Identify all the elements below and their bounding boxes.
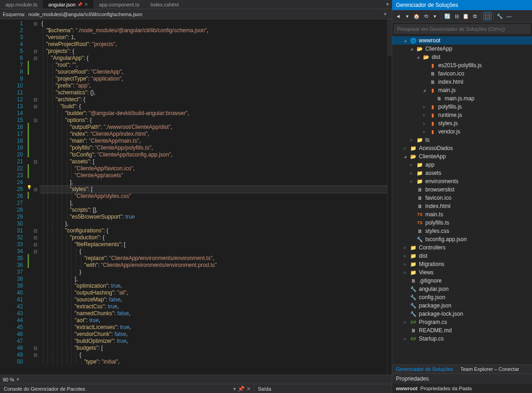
- tree-node[interactable]: ◢▮main.js: [392, 86, 532, 94]
- tree-node[interactable]: ▷📁assets: [392, 169, 532, 177]
- collapse-icon[interactable]: ⊟: [452, 12, 461, 20]
- code-line[interactable]: ┊ ┊ ┊ ┊ ┊ ┊ ┊ "budgets": [: [40, 345, 387, 352]
- expand-icon[interactable]: ▷: [422, 104, 427, 109]
- tree-node[interactable]: ▷C#Startup.cs: [392, 335, 532, 343]
- pin-icon[interactable]: 📌: [238, 386, 245, 392]
- code-line[interactable]: ┊ "newProjectRoot": "projects",: [40, 41, 387, 48]
- expand-icon[interactable]: ▷: [402, 146, 408, 150]
- show-all-icon[interactable]: 📋: [462, 12, 470, 20]
- code-line[interactable]: ┊ ┊ ┊ ┊ ┊ "builder": "@angular-devkit/bu…: [40, 110, 387, 117]
- code-line[interactable]: ┊ ┊ ┊ ┊ ┊ ┊ ┊ "fileReplacements": [: [40, 241, 387, 248]
- code-line[interactable]: ┊ ┊ ┊ "projectType": "application",: [40, 75, 387, 82]
- solution-tree[interactable]: ◢🌐wwwroot◢📂ClienteApp◢📂dist▮es2015-polyf…: [392, 35, 532, 364]
- expand-icon[interactable]: ▷: [409, 179, 414, 184]
- code-line[interactable]: ┊ ┊ ┊ "schematics": {},: [40, 89, 387, 96]
- chevron-down-icon[interactable]: ▾: [14, 376, 22, 382]
- code-line[interactable]: ┊ ┊ ┊ ┊ ┊ },: [40, 220, 387, 227]
- tree-node[interactable]: 🗎favicon.ico: [392, 194, 532, 202]
- copy-icon[interactable]: ⧉: [471, 12, 479, 20]
- home-icon[interactable]: 🏠: [412, 12, 421, 20]
- forward-icon[interactable]: ▾: [403, 12, 412, 20]
- tree-node[interactable]: ▷📁app: [392, 161, 532, 169]
- search-input[interactable]: [394, 24, 530, 34]
- code-line[interactable]: ┊ ┊ ┊ ┊ ┊ ┊ ┊ "aot": true,: [40, 317, 387, 324]
- code-line[interactable]: ┊ ┊ ┊ ┊ ┊ ┊ "scripts": [],: [40, 207, 387, 214]
- more-icon[interactable]: —: [505, 12, 513, 20]
- expand-icon[interactable]: ▷: [409, 162, 414, 167]
- close-icon[interactable]: ✕: [84, 2, 88, 7]
- tree-node[interactable]: 🗎browserslist: [392, 185, 532, 194]
- tree-node[interactable]: ◢📂ClienteApp: [392, 152, 532, 161]
- tree-node[interactable]: ▷📁AcessoDados: [392, 144, 532, 152]
- tree-node[interactable]: ▷📁Migrations: [392, 260, 532, 268]
- expand-icon[interactable]: ◢: [409, 46, 414, 51]
- fold-toggle[interactable]: ⊟: [31, 103, 40, 110]
- expand-icon[interactable]: ▷: [402, 320, 408, 324]
- code-line[interactable]: ┊ ┊ ┊ ┊ ┊ ┊ "tsConfig": "ClienteApp/tsco…: [40, 151, 387, 158]
- code-line[interactable]: ┊ ┊ ┊ ┊ ┊ ┊ "production": {: [40, 234, 387, 241]
- code-content[interactable]: {┊ "$schema": "./node_modules/@angular/c…: [40, 19, 387, 375]
- zoom-level[interactable]: 90 %: [3, 377, 14, 382]
- fold-toggle[interactable]: ⊟: [31, 345, 40, 352]
- code-editor[interactable]: 1234567891011121314151617181920212223242…: [0, 19, 392, 375]
- code-line[interactable]: ┊ ┊ ┊ ┊ ┊ ┊ "es5BrowserSupport": true: [40, 214, 387, 220]
- editor-tab[interactable]: app.module.ts: [0, 0, 43, 9]
- expand-icon[interactable]: ▷: [402, 336, 408, 341]
- expand-icon[interactable]: ▷: [422, 129, 427, 134]
- tree-node[interactable]: 🗎styles.css: [392, 227, 532, 235]
- tree-node[interactable]: 🗎index.html: [392, 78, 532, 86]
- sync-icon[interactable]: ⟲: [422, 12, 430, 20]
- code-line[interactable]: ┊ ┊ ┊ ┊ ┊ ┊ ┊ "ClienteApp/assets": [40, 172, 387, 179]
- tab-overflow-icon[interactable]: ▾: [383, 0, 392, 9]
- tree-node[interactable]: 🔧angular.json: [392, 285, 532, 293]
- tree-node[interactable]: ◢📂ClienteApp: [392, 45, 532, 53]
- expand-icon[interactable]: ▷: [402, 254, 408, 258]
- code-line[interactable]: ┊ ┊ "AngularApp": {: [40, 55, 387, 62]
- dropdown-icon[interactable]: ▾: [233, 386, 236, 392]
- code-line[interactable]: ┊ ┊ ┊ ┊ ┊ ┊ ┊ ],: [40, 276, 387, 283]
- code-line[interactable]: ┊ ┊ ┊ ┊ ┊ ┊ ],: [40, 200, 387, 207]
- code-line[interactable]: ┊ ┊ ┊ ┊ ┊ ┊ "assets": [: [40, 158, 387, 165]
- code-line[interactable]: ┊ ┊ ┊ "architect": {: [40, 96, 387, 103]
- schema-path[interactable]: node_modules\@angular\cli\lib\config\sch…: [29, 12, 382, 17]
- tree-node[interactable]: 🔧config.json: [392, 293, 532, 301]
- code-line[interactable]: ┊ ┊ ┊ ┊ ┊ ┊ ┊ ┊ }: [40, 269, 387, 276]
- fold-toggle[interactable]: ⊟: [31, 352, 40, 358]
- code-line[interactable]: ┊ ┊ ┊ ┊ ┊ "configurations": {: [40, 227, 387, 234]
- tree-node[interactable]: 🗎.gitignore: [392, 277, 532, 285]
- tree-node[interactable]: 🔧tsconfig.app.json: [392, 235, 532, 243]
- expand-icon[interactable]: ◢: [422, 88, 427, 92]
- code-line[interactable]: ┊ "projects": {: [40, 48, 387, 55]
- code-line[interactable]: ┊ ┊ ┊ ┊ ┊ ┊ ┊ ┊ ┊ "with": "ClienteApp/en…: [40, 262, 387, 269]
- dropdown-icon[interactable]: ▾: [431, 12, 439, 20]
- output-panel-tab[interactable]: Saída: [254, 384, 392, 393]
- close-icon[interactable]: ✕: [246, 386, 251, 392]
- expand-icon[interactable]: ▷: [409, 171, 414, 175]
- tree-node[interactable]: ▷📁ts: [392, 136, 532, 144]
- tree-node[interactable]: 🗎main.js.map: [392, 94, 532, 103]
- pin-icon[interactable]: 📌: [77, 2, 82, 7]
- code-line[interactable]: ┊ ┊ ┊ "prefix": "app",: [40, 82, 387, 89]
- fold-toggle[interactable]: ⊟: [31, 158, 40, 165]
- fold-toggle[interactable]: ⊟: [31, 248, 40, 255]
- expand-icon[interactable]: ◢: [415, 55, 421, 59]
- fold-toggle[interactable]: ⊟: [31, 20, 40, 27]
- chevron-down-icon[interactable]: ▾: [382, 11, 389, 17]
- tree-node[interactable]: 🔧package-lock.json: [392, 310, 532, 318]
- editor-tab[interactable]: angular.json 📌 ✕: [43, 0, 93, 9]
- back-icon[interactable]: ◄: [394, 12, 402, 20]
- fold-toggle[interactable]: ⊟: [31, 48, 40, 55]
- refresh-icon[interactable]: 🔄: [443, 12, 452, 20]
- code-line[interactable]: ┊ ┊ ┊ ┊ ┊ ┊ ┊ "ClienteApp/favicon.ico",: [40, 165, 387, 172]
- code-line[interactable]: ┊ ┊ ┊ ┊ ┊ ┊ "main": "ClienteApp/main.ts"…: [40, 138, 387, 144]
- tree-node[interactable]: ▷C#Program.cs: [392, 318, 532, 326]
- expand-icon[interactable]: ▷: [422, 113, 427, 117]
- editor-tab[interactable]: app.component.ts: [93, 0, 144, 9]
- tree-node[interactable]: 🗎favicon.ico: [392, 69, 532, 78]
- fold-toggle[interactable]: ⊟: [31, 117, 40, 124]
- fold-toggle[interactable]: ⊟: [31, 234, 40, 241]
- tree-node[interactable]: ▮es2015-polyfills.js: [392, 61, 532, 69]
- tree-node[interactable]: ▷▮vendor.js: [392, 127, 532, 136]
- tree-node[interactable]: ◢🌐wwwroot: [392, 36, 532, 45]
- fold-toggle[interactable]: ⊟: [31, 186, 40, 193]
